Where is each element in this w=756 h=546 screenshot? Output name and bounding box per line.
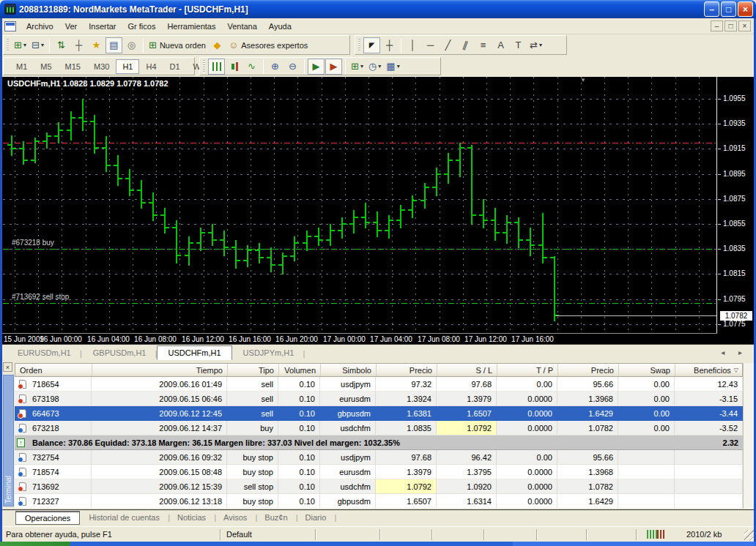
dropdown-arrow-icon[interactable]: ▾ — [360, 63, 363, 70]
arrow-tools-button[interactable]: ⇄▾ — [527, 37, 544, 53]
indicators-button[interactable]: ⊞▾ — [349, 59, 366, 75]
menu-ver[interactable]: Ver — [59, 20, 84, 33]
timeframe-h4-button[interactable]: H4 — [139, 59, 163, 74]
chart-tab-usdchfm[interactable]: USDCHFm,H1 — [157, 345, 231, 360]
chart-tab-gbpusdm[interactable]: GBPUSDm,H1| — [82, 345, 158, 360]
terminal-tab-avisos[interactable]: Avisos| — [215, 512, 256, 523]
candlestick-button[interactable] — [226, 59, 242, 75]
horizontal-line-button[interactable]: ─ — [422, 37, 439, 53]
terminal-tab-historial-de-cuentas[interactable]: Historial de cuentas| — [80, 512, 168, 523]
expert-advisors-button[interactable]: ☺Asesores expertos — [226, 37, 310, 53]
mdi-restore-button[interactable]: □ — [724, 20, 737, 31]
tab-scroll-arrows[interactable]: ◂ ▸ — [721, 348, 748, 356]
terminal-button[interactable]: ▤ — [105, 37, 122, 53]
dropdown-arrow-icon[interactable]: ▾ — [397, 63, 400, 70]
bar-chart-button[interactable] — [208, 59, 225, 75]
column-header-simbolo[interactable]: Simbolo — [321, 364, 377, 376]
equidistant-channel-button[interactable]: ∥ — [457, 37, 474, 53]
menu-gr-ficos[interactable]: Gr ficos — [122, 20, 162, 33]
order-row-713692[interactable]: 7136922009.06.12 15:39sell stop0.10usdch… — [15, 479, 743, 494]
vertical-line-button[interactable]: │ — [404, 37, 421, 53]
dropdown-arrow-icon[interactable]: ▾ — [23, 42, 26, 48]
chart-tab-eurusdm[interactable]: EURUSDm,H1| — [7, 345, 82, 360]
time-axis[interactable]: 15 Jun 200916 Jun 00:0016 Jun 04:0016 Ju… — [2, 333, 717, 344]
order-row-712327[interactable]: 7123272009.06.12 13:18buy stop0.10gbpusd… — [15, 494, 743, 509]
column-header-volumen[interactable]: Volumen — [279, 364, 321, 376]
menu-insertar[interactable]: Insertar — [83, 20, 122, 33]
dropdown-arrow-icon[interactable]: ▾ — [378, 63, 381, 70]
navigator-button[interactable]: ★ — [88, 37, 105, 53]
terminal-tab-operaciones[interactable]: Operaciones — [15, 511, 80, 525]
chart-shift-button[interactable]: ▶ — [325, 59, 342, 75]
column-header-tipo[interactable]: Tipo — [228, 364, 279, 376]
column-header-tp[interactable]: T / P — [497, 364, 558, 376]
text-label-button[interactable]: T — [510, 37, 527, 53]
close-button[interactable]: × — [738, 1, 753, 17]
minimize-button[interactable]: – — [704, 1, 719, 17]
new-order-button[interactable]: ⊞Nueva orden — [147, 37, 208, 53]
column-header-beneficios[interactable]: Beneficios▽ — [675, 364, 744, 376]
auto-scroll-button[interactable]: ▶ — [308, 59, 325, 75]
toolbar-grip[interactable] — [7, 39, 9, 52]
timeframe-d1-button[interactable]: D1 — [163, 59, 187, 74]
timeframe-m15-button[interactable]: M15 — [59, 59, 87, 74]
order-row-664673[interactable]: 6646732009.06.12 12:45sell0.10gbpusdm1.6… — [15, 406, 743, 421]
templates-button[interactable]: ▦▾ — [384, 59, 401, 75]
menu-ventana[interactable]: Ventana — [221, 20, 262, 33]
toolbar-grip[interactable] — [358, 39, 360, 52]
chart-plot-area[interactable]: USDCHFm,H1 1.0828 1.0829 1.0778 1.0782 ▼… — [3, 77, 717, 333]
order-row-673218[interactable]: 6732182009.06.12 14:37buy0.10usdchfm1.08… — [15, 421, 743, 435]
terminal-close-button[interactable]: × — [3, 362, 12, 372]
price-axis[interactable]: 1.0782 1.09551.09351.09151.08951.08751.0… — [718, 77, 754, 333]
trendline-button[interactable]: ╱ — [440, 37, 456, 53]
zoom-out-button[interactable]: ⊖ — [284, 59, 301, 75]
terminal-tab-buz-n[interactable]: Buz¢n| — [256, 512, 296, 523]
order-row-732754[interactable]: 7327542009.06.16 09:32buy stop0.10usdjpy… — [15, 450, 743, 465]
column-header-tiempo[interactable]: Tiempo — [92, 364, 228, 376]
column-header-precio[interactable]: Precio — [558, 364, 619, 376]
column-header-orden[interactable]: Orden — [15, 364, 92, 376]
sell-stop-order-line[interactable] — [3, 303, 716, 304]
data-window-button[interactable]: ┼ — [70, 37, 87, 53]
buy-order-line[interactable] — [3, 249, 716, 250]
line-chart-button[interactable]: ∿ — [243, 59, 260, 75]
menu-ayuda[interactable]: Ayuda — [263, 20, 297, 33]
timeframe-m1-button[interactable]: M1 — [10, 59, 34, 74]
order-row-718574[interactable]: 7185742009.06.15 08:48buy stop0.10eurusd… — [15, 465, 743, 479]
terminal-tab-noticias[interactable]: Noticias| — [168, 512, 215, 523]
toolbar-grip[interactable] — [203, 60, 205, 73]
mdi-close-button[interactable]: × — [738, 20, 751, 31]
mdi-minimize-button[interactable]: – — [711, 20, 723, 31]
chart-tab-usdjpym[interactable]: USDJPYm,H1| — [232, 345, 305, 360]
status-profile[interactable]: Default — [220, 529, 315, 540]
dropdown-arrow-icon[interactable]: ▾ — [539, 42, 542, 48]
crosshair-button[interactable]: ┼ — [381, 37, 398, 53]
fibonacci-button[interactable]: ≡ — [475, 37, 492, 53]
market-watch-button[interactable]: ⇅ — [53, 37, 70, 53]
menu-herramientas[interactable]: Herramientas — [161, 20, 221, 33]
menu-archivo[interactable]: Archivo — [21, 20, 59, 33]
column-header-sl[interactable]: S / L — [437, 364, 497, 376]
column-header-precio[interactable]: Precio — [377, 364, 437, 376]
column-header-swap[interactable]: Swap — [619, 364, 675, 376]
chart-system-icon[interactable] — [4, 21, 16, 31]
dropdown-arrow-icon[interactable]: ▾ — [41, 42, 44, 48]
strategy-tester-button[interactable]: ◎ — [123, 37, 140, 53]
zoom-in-button[interactable]: ⊕ — [267, 59, 284, 75]
balance-row[interactable]: ↑Balance: 370.86 Equidad: 373.18 Margen:… — [15, 435, 743, 450]
order-row-718654[interactable]: 7186542009.06.16 01:49sell0.10usdjpym97.… — [15, 377, 743, 392]
timeframe-m5-button[interactable]: M5 — [34, 59, 58, 74]
text-button[interactable]: A — [492, 37, 509, 53]
periods-button[interactable]: ◷▾ — [366, 59, 383, 75]
stop-level-line[interactable] — [3, 143, 716, 143]
start-button-sliver[interactable] — [0, 542, 70, 546]
metaeditor-button[interactable]: ◆ — [209, 37, 226, 53]
table-scrollbar[interactable] — [743, 363, 754, 509]
new-chart-button[interactable]: ⊞▾ — [12, 37, 29, 53]
timeframe-h1-button[interactable]: H1 — [116, 59, 139, 74]
profiles-button[interactable]: ⊟▾ — [29, 37, 46, 53]
cursor-button[interactable]: ◤ — [363, 37, 380, 53]
terminal-tab-diario[interactable]: Diario| — [297, 512, 336, 523]
order-row-673198[interactable]: 6731982009.06.15 06:46sell0.10eurusdm1.3… — [15, 392, 743, 406]
terminal-vertical-tab[interactable]: Terminal — [3, 375, 14, 506]
